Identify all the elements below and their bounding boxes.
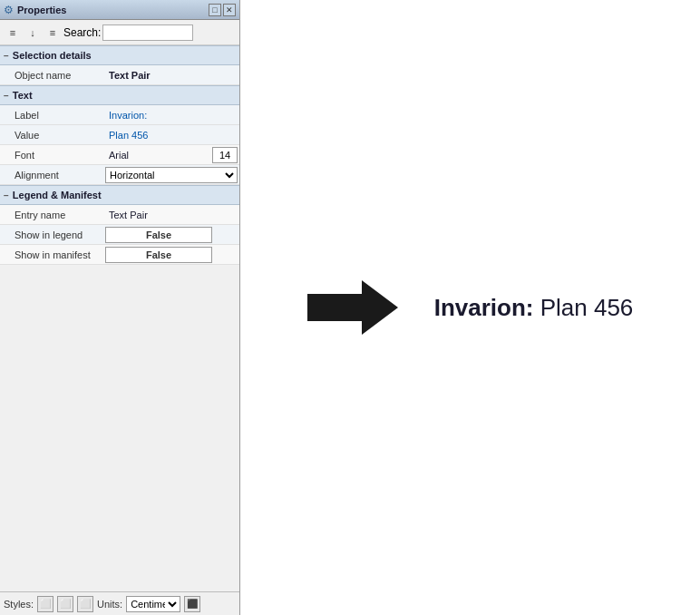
svg-marker-0 <box>307 280 398 335</box>
styles-label: Styles: <box>4 599 34 610</box>
collapse-icon-legend: − <box>4 190 9 200</box>
entry-name-row: Entry name Text Pair <box>0 205 239 225</box>
font-label: Font <box>0 150 105 161</box>
entry-name-value: Text Pair <box>105 210 239 220</box>
font-size-input[interactable] <box>212 147 238 163</box>
close-button[interactable]: ✕ <box>223 4 236 16</box>
alignment-select[interactable]: Horizontal Vertical <box>105 167 238 183</box>
show-legend-label: Show in legend <box>0 229 105 240</box>
label-label: Label <box>0 110 105 121</box>
show-manifest-row: Show in manifest False <box>0 245 239 265</box>
value-row: Value Plan 456 <box>0 125 239 145</box>
toolbar-btn-1[interactable]: ≡ <box>4 24 22 42</box>
canvas-area: Invarion: Plan 456 <box>240 0 700 615</box>
arrow-shape <box>307 276 398 339</box>
text-display: Invarion: Plan 456 <box>434 294 634 322</box>
toolbar-btn-2[interactable]: ↓ <box>24 24 42 42</box>
entry-name-label: Entry name <box>0 210 105 220</box>
section-selection[interactable]: − Selection details <box>0 45 239 65</box>
value-value: Plan 456 <box>105 130 239 141</box>
show-manifest-label: Show in manifest <box>0 249 105 260</box>
section-text[interactable]: − Text <box>0 85 239 105</box>
properties-panel: ⚙ Properties □ ✕ ≡ ↓ ≡ Search: − Selecti… <box>0 0 240 615</box>
font-row: Font Arial <box>0 145 239 165</box>
units-select[interactable]: Centime Inches Pixels <box>126 596 180 612</box>
value-label: Value <box>0 130 105 141</box>
panel-title: Properties <box>17 5 66 15</box>
section-legend[interactable]: − Legend & Manifest <box>0 185 239 205</box>
text-label-part: Invarion: <box>434 294 534 321</box>
search-input[interactable] <box>102 24 193 41</box>
alignment-label: Alignment <box>0 170 105 181</box>
collapse-icon-text: − <box>4 91 9 101</box>
expand-btn[interactable]: ⬛ <box>184 596 200 612</box>
label-row: Label Invarion: <box>0 105 239 125</box>
object-name-row: Object name Text Pair <box>0 65 239 85</box>
section-text-label: Text <box>13 90 33 101</box>
styles-btn-3[interactable]: ⬜ <box>77 596 93 612</box>
title-controls: □ ✕ <box>209 4 236 16</box>
show-legend-row: Show in legend False <box>0 225 239 245</box>
title-bar-left: ⚙ Properties <box>4 4 66 16</box>
section-selection-label: Selection details <box>13 50 92 61</box>
title-bar: ⚙ Properties □ ✕ <box>0 0 239 20</box>
object-name-label: Object name <box>0 70 105 81</box>
collapse-icon: − <box>4 51 9 61</box>
toolbar: ≡ ↓ ≡ Search: <box>0 20 239 45</box>
styles-btn-2[interactable]: ⬜ <box>57 596 73 612</box>
status-bar: Styles: ⬜ ⬜ ⬜ Units: Centime Inches Pixe… <box>0 591 239 615</box>
show-manifest-button[interactable]: False <box>105 247 212 263</box>
panel-icon: ⚙ <box>4 4 14 16</box>
toolbar-btn-3[interactable]: ≡ <box>44 24 62 42</box>
text-value-part: Plan 456 <box>533 294 633 321</box>
units-label: Units: <box>97 599 122 610</box>
props-content: − Selection details Object name Text Pai… <box>0 45 239 591</box>
alignment-row: Alignment Horizontal Vertical <box>0 165 239 185</box>
restore-button[interactable]: □ <box>209 4 221 16</box>
show-legend-button[interactable]: False <box>105 227 212 243</box>
font-name: Arial <box>105 150 212 161</box>
section-legend-label: Legend & Manifest <box>13 190 102 200</box>
search-label: Search: <box>63 26 101 39</box>
object-name-value: Text Pair <box>105 70 239 81</box>
label-value: Invarion: <box>105 110 239 121</box>
styles-btn-1[interactable]: ⬜ <box>37 596 53 612</box>
